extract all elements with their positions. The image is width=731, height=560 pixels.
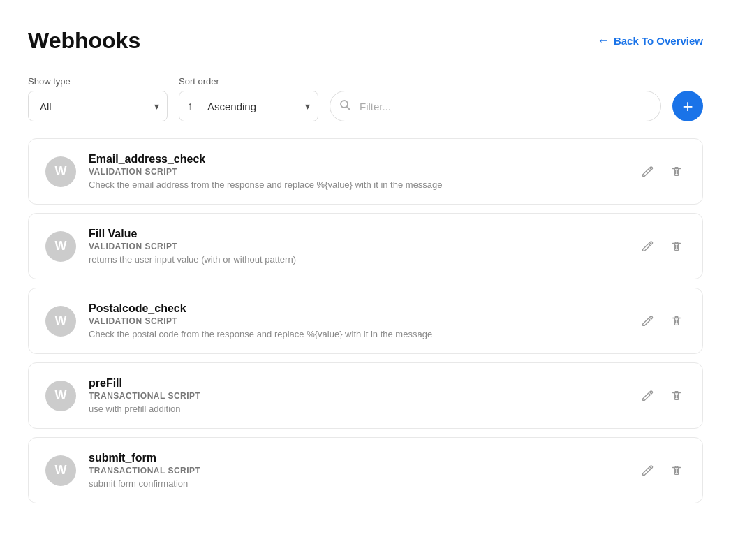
edit-webhook-button[interactable] (638, 462, 656, 480)
show-type-group: Show type All Validation Script Transact… (28, 76, 168, 121)
pencil-icon (641, 315, 654, 327)
sort-order-wrapper: ↑ Ascending Descending ▾ (179, 91, 318, 121)
webhook-type: VALIDATION SCRIPT (89, 316, 626, 326)
filter-group (330, 76, 661, 121)
webhook-actions (638, 387, 686, 405)
page-title: Webhooks (28, 28, 140, 54)
webhook-card: W Email_address_check VALIDATION SCRIPT … (28, 138, 703, 205)
filter-wrapper (330, 91, 661, 121)
webhook-name: Postalcode_check (89, 302, 626, 315)
webhook-type: TRANSACTIONAL SCRIPT (89, 466, 626, 476)
webhook-actions (638, 237, 686, 256)
delete-webhook-button[interactable] (667, 237, 686, 256)
sort-order-label: Sort order (179, 76, 318, 87)
filter-input[interactable] (330, 91, 661, 121)
back-to-overview-link[interactable]: ← Back To Overview (597, 34, 703, 48)
webhook-card: W Fill Value VALIDATION SCRIPT returns t… (28, 213, 703, 279)
edit-webhook-button[interactable] (638, 312, 656, 330)
webhook-avatar: W (45, 381, 76, 411)
webhook-info: submit_form TRANSACTIONAL SCRIPT submit … (89, 452, 626, 489)
webhooks-list: W Email_address_check VALIDATION SCRIPT … (28, 138, 703, 503)
back-to-overview-label: Back To Overview (614, 35, 703, 47)
webhook-actions (638, 312, 686, 330)
edit-webhook-button[interactable] (638, 237, 656, 256)
webhook-card: W submit_form TRANSACTIONAL SCRIPT submi… (28, 437, 703, 503)
show-type-select[interactable]: All Validation Script Transactional Scri… (28, 91, 168, 121)
webhook-info: preFill TRANSACTIONAL SCRIPT use with pr… (89, 377, 626, 414)
trash-icon (670, 165, 683, 178)
delete-webhook-button[interactable] (667, 462, 686, 480)
webhook-description: Check the postal code from the response … (89, 329, 626, 339)
webhook-type: TRANSACTIONAL SCRIPT (89, 391, 626, 401)
trash-icon (670, 315, 683, 327)
sort-order-select[interactable]: Ascending Descending (179, 91, 318, 121)
webhook-name: preFill (89, 377, 626, 390)
webhook-avatar: W (45, 306, 76, 337)
webhook-type: VALIDATION SCRIPT (89, 242, 626, 251)
webhook-name: submit_form (89, 452, 626, 464)
webhook-card: W Postalcode_check VALIDATION SCRIPT Che… (28, 288, 703, 354)
add-webhook-button[interactable]: + (672, 91, 703, 121)
webhook-info: Fill Value VALIDATION SCRIPT returns the… (89, 228, 626, 265)
webhook-info: Postalcode_check VALIDATION SCRIPT Check… (89, 302, 626, 339)
show-type-wrapper: All Validation Script Transactional Scri… (28, 91, 168, 121)
trash-icon (670, 464, 683, 477)
webhook-info: Email_address_check VALIDATION SCRIPT Ch… (89, 153, 626, 190)
delete-webhook-button[interactable] (667, 163, 686, 181)
controls-row: Show type All Validation Script Transact… (28, 76, 703, 121)
show-type-label: Show type (28, 76, 168, 87)
page-container: Webhooks ← Back To Overview Show type Al… (0, 0, 731, 560)
add-button-wrapper: + (672, 91, 703, 121)
webhook-actions (638, 163, 686, 181)
webhook-type: VALIDATION SCRIPT (89, 167, 626, 177)
webhook-description: Check the email address from the respons… (89, 179, 626, 190)
webhook-avatar: W (45, 156, 76, 187)
webhook-description: submit form confirmation (89, 478, 626, 489)
pencil-icon (641, 390, 654, 402)
edit-webhook-button[interactable] (638, 387, 656, 405)
pencil-icon (641, 165, 654, 178)
webhook-card: W preFill TRANSACTIONAL SCRIPT use with … (28, 362, 703, 429)
pencil-icon (641, 240, 654, 253)
back-arrow-icon: ← (597, 34, 610, 48)
pencil-icon (641, 464, 654, 477)
webhook-description: returns the user input value (with or wi… (89, 254, 626, 265)
delete-webhook-button[interactable] (667, 387, 686, 405)
webhook-name: Fill Value (89, 228, 626, 240)
page-header: Webhooks ← Back To Overview (28, 28, 703, 54)
edit-webhook-button[interactable] (638, 163, 656, 181)
sort-order-group: Sort order ↑ Ascending Descending ▾ (179, 76, 318, 121)
delete-webhook-button[interactable] (667, 312, 686, 330)
trash-icon (670, 390, 683, 402)
webhook-avatar: W (45, 455, 76, 486)
webhook-description: use with prefill addition (89, 404, 626, 414)
webhook-actions (638, 462, 686, 480)
webhook-avatar: W (45, 231, 76, 262)
webhook-name: Email_address_check (89, 153, 626, 165)
trash-icon (670, 240, 683, 253)
